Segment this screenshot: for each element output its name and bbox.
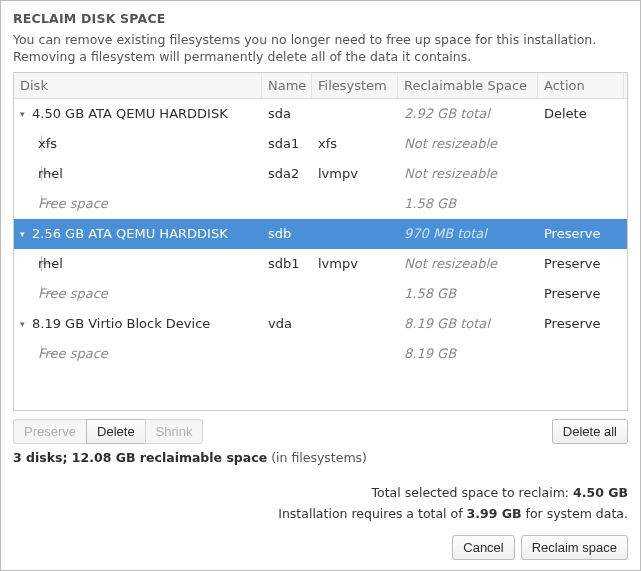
tree-branch-icon: ├─ <box>20 136 38 151</box>
table-row[interactable]: ├─xfssda1xfsNot resizeable <box>14 129 627 159</box>
table-header: Disk Name Filesystem Reclaimable Space A… <box>14 73 627 99</box>
tree-branch-icon: └─ <box>20 196 38 211</box>
cell-name <box>262 289 312 299</box>
cell-disk: ▾4.50 GB ATA QEMU HARDDISK <box>14 101 262 126</box>
req-pre: Installation requires a total of <box>278 506 466 521</box>
total-reclaim-line: Total selected space to reclaim: 4.50 GB <box>13 485 628 500</box>
cell-reclaimable: 8.19 GB <box>398 341 538 366</box>
disk-label: 2.56 GB ATA QEMU HARDDISK <box>32 226 228 241</box>
free-space-label: Free space <box>38 346 108 361</box>
cell-disk: └─Free space <box>14 281 262 306</box>
cell-action: Preserve <box>538 221 624 246</box>
cell-disk: └─Free space <box>14 191 262 216</box>
table-row[interactable]: ├─rhelsda2lvmpvNot resizeable <box>14 159 627 189</box>
preserve-button[interactable]: Preserve <box>13 419 86 444</box>
cell-name: vda <box>262 311 312 336</box>
cell-name: sda2 <box>262 161 312 186</box>
cell-filesystem: lvmpv <box>312 251 398 276</box>
table-row[interactable]: ▾4.50 GB ATA QEMU HARDDISKsda2.92 GB tot… <box>14 99 627 129</box>
partition-label: rhel <box>38 166 63 181</box>
tree-branch-icon: └─ <box>20 286 38 301</box>
summary-line: 3 disks; 12.08 GB reclaimable space (in … <box>13 450 628 465</box>
table-row[interactable]: └─Free space1.58 GBPreserve <box>14 279 627 309</box>
total-label: Total selected space to reclaim: <box>372 485 573 500</box>
cell-name: sda1 <box>262 131 312 156</box>
cell-filesystem <box>312 319 398 329</box>
col-header-action[interactable]: Action <box>538 73 624 98</box>
cell-filesystem <box>312 199 398 209</box>
cell-filesystem: lvmpv <box>312 161 398 186</box>
free-space-label: Free space <box>38 196 108 211</box>
summary-bold: 3 disks; 12.08 GB reclaimable space <box>13 450 267 465</box>
row-action-buttons: Preserve Delete Shrink <box>13 419 203 444</box>
table-row[interactable]: └─Free space1.58 GB <box>14 189 627 219</box>
cell-disk: ▾2.56 GB ATA QEMU HARDDISK <box>14 221 262 246</box>
cell-name <box>262 349 312 359</box>
cell-name: sdb1 <box>262 251 312 276</box>
cell-name: sda <box>262 101 312 126</box>
cell-filesystem <box>312 109 398 119</box>
cell-action: Preserve <box>538 251 624 276</box>
cell-disk: ▾8.19 GB Virtio Block Device <box>14 311 262 336</box>
col-header-reclaimable[interactable]: Reclaimable Space <box>398 73 538 98</box>
totals-section: Total selected space to reclaim: 4.50 GB… <box>13 479 628 521</box>
cell-name: sdb <box>262 221 312 246</box>
dialog-description: You can remove existing filesystems you … <box>13 32 628 66</box>
requirement-line: Installation requires a total of 3.99 GB… <box>13 506 628 521</box>
expand-caret-icon[interactable]: ▾ <box>20 109 30 119</box>
cell-reclaimable: Not resizeable <box>398 131 538 156</box>
cell-filesystem <box>312 349 398 359</box>
reclaim-space-button[interactable]: Reclaim space <box>521 535 628 560</box>
summary-rest: (in filesystems) <box>267 450 367 465</box>
cell-reclaimable: 970 MB total <box>398 221 538 246</box>
cell-reclaimable: 1.58 GB <box>398 281 538 306</box>
cell-reclaimable: Not resizeable <box>398 251 538 276</box>
cell-reclaimable: 1.58 GB <box>398 191 538 216</box>
cell-action: Delete <box>538 101 624 126</box>
cell-disk: ├─xfs <box>14 131 262 156</box>
cell-filesystem <box>312 289 398 299</box>
desc-line-2: Removing a filesystem will permanently d… <box>13 49 471 64</box>
cancel-button[interactable]: Cancel <box>452 535 514 560</box>
dialog-title: RECLAIM DISK SPACE <box>13 11 628 26</box>
tree-branch-icon: ├─ <box>20 166 38 181</box>
cell-name <box>262 199 312 209</box>
cell-disk: └─Free space <box>14 341 262 366</box>
cell-action <box>538 199 624 209</box>
partition-label: xfs <box>38 136 57 151</box>
delete-all-button[interactable]: Delete all <box>552 419 628 444</box>
table-row[interactable]: └─Free space8.19 GB <box>14 339 627 369</box>
col-header-disk[interactable]: Disk <box>14 73 262 98</box>
tree-branch-icon: ├─ <box>20 256 38 271</box>
table-row[interactable]: ├─rhelsdb1lvmpvNot resizeablePreserve <box>14 249 627 279</box>
cell-action <box>538 139 624 149</box>
cell-reclaimable: 2.92 GB total <box>398 101 538 126</box>
cell-disk: ├─rhel <box>14 161 262 186</box>
cell-reclaimable: 8.19 GB total <box>398 311 538 336</box>
disk-label: 4.50 GB ATA QEMU HARDDISK <box>32 106 228 121</box>
shrink-button[interactable]: Shrink <box>145 419 204 444</box>
cell-disk: ├─rhel <box>14 251 262 276</box>
disk-label: 8.19 GB Virtio Block Device <box>32 316 210 331</box>
partition-label: rhel <box>38 256 63 271</box>
table-body: ▾4.50 GB ATA QEMU HARDDISKsda2.92 GB tot… <box>14 99 627 410</box>
expand-caret-icon[interactable]: ▾ <box>20 229 30 239</box>
col-header-filesystem[interactable]: Filesystem <box>312 73 398 98</box>
cell-filesystem: xfs <box>312 131 398 156</box>
cell-action: Preserve <box>538 311 624 336</box>
table-row[interactable]: ▾8.19 GB Virtio Block Devicevda8.19 GB t… <box>14 309 627 339</box>
tree-branch-icon: └─ <box>20 346 38 361</box>
disk-space-table: Disk Name Filesystem Reclaimable Space A… <box>13 72 628 411</box>
cell-filesystem <box>312 229 398 239</box>
delete-button[interactable]: Delete <box>86 419 145 444</box>
expand-caret-icon[interactable]: ▾ <box>20 319 30 329</box>
req-post: for system data. <box>522 506 628 521</box>
cell-reclaimable: Not resizeable <box>398 161 538 186</box>
cell-action <box>538 349 624 359</box>
cell-action: Preserve <box>538 281 624 306</box>
col-header-name[interactable]: Name <box>262 73 312 98</box>
table-row[interactable]: ▾2.56 GB ATA QEMU HARDDISKsdb970 MB tota… <box>14 219 627 249</box>
total-value: 4.50 GB <box>573 485 628 500</box>
desc-line-1: You can remove existing filesystems you … <box>13 32 596 47</box>
cell-action <box>538 169 624 179</box>
